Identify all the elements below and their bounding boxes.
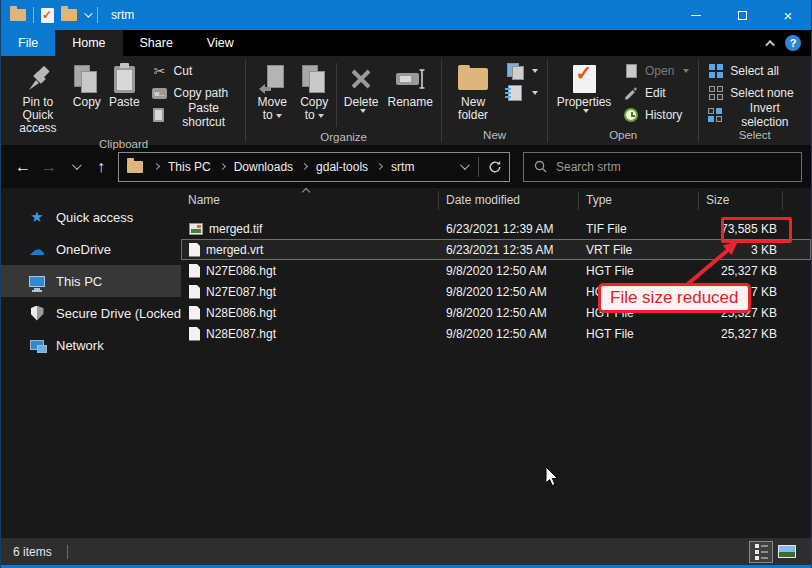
address-dropdown-button[interactable] (452, 154, 474, 180)
file-row-N28E086.hgt[interactable]: N28E086.hgt9/8/2020 12:50 AMHGT File25,3… (181, 302, 811, 323)
file-type: HGT File (579, 306, 699, 320)
ribbon-group-new: New folder New (443, 56, 546, 145)
breadcrumb-item[interactable]: Downloads (232, 160, 295, 174)
copy-icon (74, 62, 99, 96)
edit-button[interactable]: Edit (619, 82, 693, 104)
invert-selection-button[interactable]: Invert selection (704, 104, 805, 126)
sidebar-item-quick-access[interactable]: ★Quick access (1, 201, 181, 233)
tab-file[interactable]: File (1, 30, 55, 56)
file-type: VRT File (579, 243, 699, 257)
column-header-date-modified[interactable]: Date modified (439, 191, 579, 210)
breadcrumb-item[interactable]: gdal-tools (314, 160, 370, 174)
delete-button[interactable]: Delete (338, 60, 384, 115)
breadcrumb-item[interactable]: srtm (389, 160, 416, 174)
dropdown-caret-icon (360, 109, 366, 113)
file-type: HGT File (579, 264, 699, 278)
search-input[interactable]: Search srtm (523, 152, 802, 182)
file-row-merged.tif[interactable]: merged.tif6/23/2021 12:39 AMTIF File73,5… (181, 218, 811, 239)
history-clock-icon (623, 108, 639, 122)
rename-label: Rename (388, 96, 433, 109)
chevron-down-icon (71, 160, 81, 170)
copy-to-button[interactable]: Copy to (293, 60, 335, 124)
titlebar: srtm × (1, 0, 811, 30)
move-to-label: Move to (255, 96, 289, 122)
column-header-type[interactable]: Type (579, 191, 699, 210)
refresh-button[interactable] (483, 154, 507, 180)
file-row-merged.vrt[interactable]: merged.vrt6/23/2021 12:35 AMVRT File3 KB (181, 239, 811, 260)
close-button[interactable]: × (765, 0, 811, 30)
tab-home[interactable]: Home (55, 30, 122, 56)
tab-view[interactable]: View (190, 30, 251, 56)
select-none-label: Select none (730, 86, 793, 100)
document-icon (189, 285, 200, 299)
up-button[interactable]: ↑ (88, 154, 114, 180)
maximize-icon (738, 11, 747, 20)
navigation-pane: ★Quick access☁OneDriveThis PCSecure Driv… (1, 188, 181, 538)
file-type: HGT File (579, 285, 699, 299)
easy-access-button[interactable] (503, 60, 542, 82)
delete-label: Delete (344, 96, 379, 109)
sidebar-item-label: Quick access (56, 210, 133, 225)
copy-label: Copy (73, 96, 101, 109)
thumbnails-view-button[interactable] (775, 541, 799, 563)
paste-button[interactable]: Paste (105, 60, 144, 111)
breadcrumb: This PCDownloadsgdal-toolssrtm (147, 160, 416, 174)
tab-share[interactable]: Share (123, 30, 190, 56)
column-header-name[interactable]: Name (181, 191, 439, 210)
new-group-label: New (443, 128, 546, 145)
pin-to-quick-access-button[interactable]: Pin to Quick access (7, 60, 69, 137)
pin-to-quick-access-label: Pin to Quick access (11, 96, 65, 135)
rename-button[interactable]: Rename (384, 60, 436, 111)
thumbnails-view-icon (778, 545, 796, 558)
paste-icon (114, 62, 135, 96)
delete-icon (349, 62, 373, 96)
recent-locations-button[interactable] (62, 154, 88, 180)
maximize-button[interactable] (719, 0, 765, 30)
sidebar-item-network[interactable]: Network (1, 329, 181, 361)
back-button[interactable]: ← (10, 154, 36, 180)
details-view-button[interactable] (749, 541, 773, 563)
collapse-ribbon-button[interactable] (768, 36, 775, 50)
file-row-N27E086.hgt[interactable]: N27E086.hgt9/8/2020 12:50 AMHGT File25,3… (181, 260, 811, 281)
column-header-size[interactable]: Size (699, 191, 783, 210)
help-button[interactable]: ? (785, 35, 801, 51)
new-item-button[interactable] (503, 82, 542, 104)
file-date-modified: 9/8/2020 12:50 AM (439, 285, 579, 299)
ribbon-divider (441, 59, 442, 142)
sidebar-item-secure-drive-locked[interactable]: Secure Drive (Locked) ( (1, 297, 181, 329)
file-row-N28E087.hgt[interactable]: N28E087.hgt9/8/2020 12:50 AMHGT File25,3… (181, 323, 811, 344)
file-date-modified: 9/8/2020 12:50 AM (439, 264, 579, 278)
open-button[interactable]: Open (619, 60, 693, 82)
cut-button[interactable]: ✂ Cut (148, 60, 241, 82)
quick-access-toolbar-chevron-icon[interactable] (84, 9, 92, 17)
address-bar[interactable]: This PCDownloadsgdal-toolssrtm (118, 152, 510, 182)
minimize-button[interactable] (673, 0, 719, 30)
breadcrumb-item[interactable]: This PC (166, 160, 213, 174)
file-list: Name Date modified Type Size merged.tif6… (181, 188, 811, 538)
copy-path-label: Copy path (174, 86, 229, 100)
properties-button[interactable]: Properties (553, 60, 615, 115)
search-icon (534, 160, 547, 173)
history-button[interactable]: History (619, 104, 693, 126)
properties-label: Properties (557, 96, 612, 109)
quick-access-properties-icon[interactable] (41, 8, 54, 23)
rename-icon (395, 62, 425, 96)
sidebar-item-onedrive[interactable]: ☁OneDrive (1, 233, 181, 265)
file-size: 25,327 KB (699, 264, 783, 278)
move-to-button[interactable]: Move to (251, 60, 293, 124)
tif-image-icon (189, 223, 203, 235)
search-placeholder: Search srtm (556, 160, 621, 174)
status-bar: 6 items (1, 538, 811, 565)
copy-button[interactable]: Copy (69, 60, 105, 111)
sidebar-item-this-pc[interactable]: This PC (1, 265, 181, 297)
dropdown-caret-icon (683, 69, 689, 73)
new-folder-button[interactable]: New folder (447, 60, 499, 124)
file-type: TIF File (579, 222, 699, 236)
shield-icon (31, 306, 44, 321)
quick-access-new-folder-icon[interactable] (61, 9, 77, 21)
forward-button[interactable]: → (36, 154, 62, 180)
paste-shortcut-button[interactable]: Paste shortcut (148, 104, 241, 126)
new-folder-label: New folder (451, 96, 495, 122)
file-row-N27E087.hgt[interactable]: N27E087.hgt9/8/2020 12:50 AMHGT File25,3… (181, 281, 811, 302)
select-all-button[interactable]: Select all (704, 60, 805, 82)
